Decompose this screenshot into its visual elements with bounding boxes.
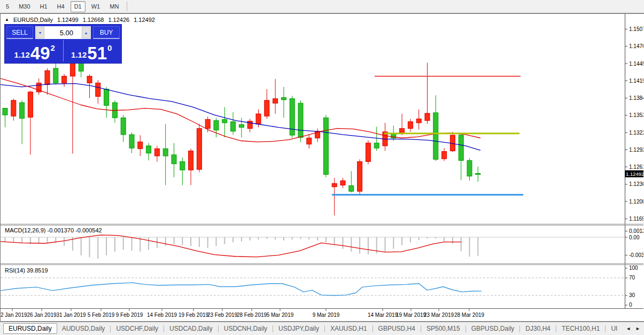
candle	[104, 89, 109, 105]
candle	[281, 98, 286, 100]
candle	[374, 143, 379, 148]
candle	[214, 121, 219, 130]
macd-panel[interactable]: MACD(12,26,9) -0.001370 -0.000542	[1, 227, 625, 259]
candle	[79, 61, 83, 71]
volume-field[interactable]: 5.00	[44, 27, 82, 38]
collapse-trade-panel-icon[interactable]: ▲	[5, 18, 9, 22]
timeframe-button-d1[interactable]: D1	[71, 1, 86, 12]
date-label: 19 Feb 2019	[179, 312, 209, 318]
tab-separator	[605, 325, 606, 332]
tab-separator	[324, 325, 325, 332]
candle	[408, 122, 413, 129]
rsi-axis-label: 30	[629, 292, 635, 298]
timeframe-button-mn[interactable]: MN	[106, 1, 122, 12]
candle	[366, 143, 370, 162]
tab-scroll-left-icon[interactable]: ◄	[626, 326, 631, 331]
timeframe-button-h1[interactable]: H1	[36, 1, 51, 12]
volume-stepper: ▼ 5.00 ▲	[35, 26, 91, 39]
candle	[28, 92, 33, 117]
chart-tab-gbpusd[interactable]: GBPUSD,Daily	[467, 324, 519, 333]
price-axis-label: 1.12305	[629, 181, 643, 187]
candle	[96, 83, 100, 96]
buy-price-sup: 0	[107, 43, 112, 52]
candle	[45, 71, 50, 84]
candle	[129, 135, 134, 148]
toolbar-separator	[127, 2, 127, 11]
sell-button[interactable]: SELL	[6, 26, 33, 39]
tab-separator	[373, 325, 373, 332]
timeframe-button-m30[interactable]: M30	[15, 1, 34, 12]
rsi-panel[interactable]: RSI(14) 39.8519	[1, 267, 625, 295]
ohlc-open: 1.12499	[57, 17, 79, 23]
timeframe-button-w1[interactable]: W1	[88, 1, 104, 12]
chart-tab-dj30[interactable]: DJ30,H4	[521, 324, 555, 333]
tab-separator	[556, 325, 556, 332]
candle	[442, 151, 447, 159]
tab-separator	[421, 325, 421, 332]
price-axis-label: 1.12000	[629, 199, 643, 205]
chart-tab-xauusd[interactable]: XAUUSD,H1	[325, 324, 372, 333]
date-label: 28 Feb 2019	[237, 312, 267, 318]
candle	[273, 99, 278, 103]
rsi-axis-label: 100	[629, 265, 638, 271]
timeframe-button-h4[interactable]: H4	[53, 1, 68, 12]
macd-signal-line	[1, 235, 461, 257]
timeframe-button-5[interactable]: 5	[2, 1, 13, 12]
candle	[239, 124, 244, 127]
candle	[172, 155, 176, 164]
price-axis-label: 1.14765	[629, 43, 643, 49]
chart-tab-tech100[interactable]: TECH100,H1	[557, 324, 604, 333]
macd-axis-label: -0.00386	[629, 252, 643, 258]
buy-price-button[interactable]: 1.12 51 0	[64, 40, 120, 61]
tab-separator	[110, 325, 111, 332]
candle	[358, 161, 362, 191]
main-chart-panel[interactable]	[1, 59, 523, 215]
tab-scroll-right-icon[interactable]: ►	[635, 326, 640, 331]
buy-button[interactable]: BUY	[93, 26, 120, 39]
chart-tab-usdcnh[interactable]: USDCNH,Daily	[219, 324, 272, 333]
price-axis-label: 1.14150	[629, 78, 643, 84]
price-axis: 1.150701.147651.144551.141501.138401.135…	[625, 14, 643, 308]
candle	[467, 160, 472, 176]
date-label: 19 Mar 2019	[396, 312, 426, 318]
chart-tab-ui[interactable]: UI	[606, 324, 622, 333]
timeframe-toolbar: 5M30H1H4D1W1MN	[0, 0, 644, 13]
macd-axis-label: 0.001313	[629, 228, 643, 234]
chart-tab-sp500[interactable]: SP500,M15	[422, 324, 465, 333]
candle	[53, 68, 58, 83]
sell-price-button[interactable]: 1.12 49 2	[6, 40, 64, 61]
chart-tab-usdcad[interactable]: USDCAD,Daily	[165, 324, 218, 333]
sell-price-small: 1.12	[14, 50, 30, 59]
chart-tab-eurusd[interactable]: EURUSD,Daily	[3, 323, 57, 334]
rsi-axis-label: 70	[629, 275, 635, 281]
date-label: 9 Mar 2019	[313, 312, 340, 318]
candle	[265, 100, 269, 116]
chart-tab-audusd[interactable]: AUDUSD,Daily	[57, 324, 110, 333]
price-axis-label: 1.13535	[629, 112, 643, 118]
volume-increase-icon[interactable]: ▲	[82, 27, 90, 38]
rsi-line	[1, 283, 482, 295]
price-axis-label: 1.12920	[629, 147, 643, 153]
price-axis-label: 1.13225	[629, 130, 643, 136]
chart-title-bar: ▲ EURUSD,Daily 1.12499 1.12668 1.12426 1…	[5, 17, 155, 23]
candle	[154, 149, 159, 156]
sell-price-big: 49	[30, 46, 50, 61]
date-label: 14 Feb 2019	[147, 312, 177, 318]
candle	[222, 120, 227, 123]
price-axis-label: 1.14455	[629, 61, 643, 67]
candle	[416, 119, 421, 123]
chart-tab-usdchf[interactable]: USDCHF,Daily	[111, 324, 163, 333]
chart-window: MACD(12,26,9) -0.001370 -0.000542RSI(14)…	[0, 13, 644, 322]
candle	[189, 151, 193, 170]
price-axis-label: 1.15070	[629, 26, 643, 32]
rsi-axis-label: 0	[629, 302, 632, 308]
chart-tab-usdjpy[interactable]: USDJPY,Daily	[274, 324, 324, 333]
symbol-tabbar: EURUSD,DailyAUDUSD,DailyUSDCHF,DailyUSDC…	[0, 322, 644, 335]
date-label: 26 Jan 2019	[27, 312, 56, 318]
tab-separator	[465, 325, 466, 332]
tab-scroll-arrows: ◄►	[624, 322, 642, 335]
volume-decrease-icon[interactable]: ▼	[36, 27, 44, 38]
chart-tab-gbpusd[interactable]: GBPUSD,H4	[374, 324, 420, 333]
price-axis-label: 1.11690	[629, 216, 643, 222]
buy-price-big: 51	[87, 46, 107, 61]
